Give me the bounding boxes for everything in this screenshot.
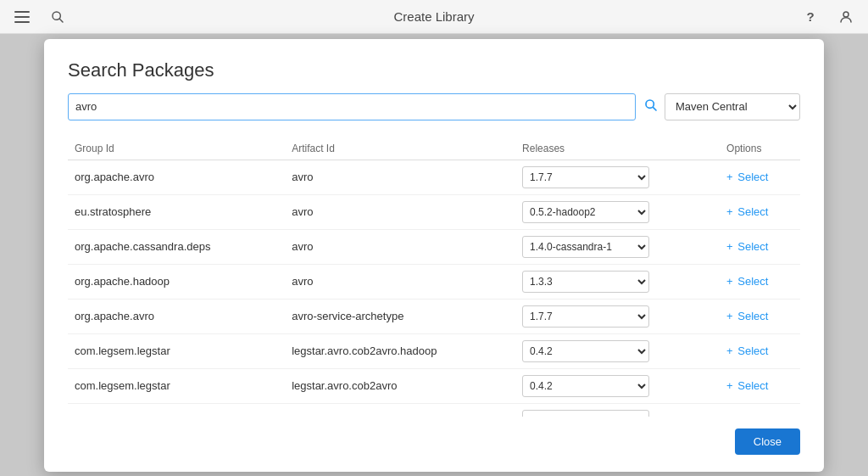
cell-group-id: com.legsem.legstar [68, 368, 285, 403]
repository-select[interactable]: Maven Central JCenter Custom [665, 93, 800, 120]
plus-icon: + [726, 310, 733, 322]
hamburger-menu-button[interactable] [10, 5, 34, 29]
cell-releases: 0.5.2-hadoop2 [515, 194, 720, 229]
user-button[interactable] [834, 5, 858, 29]
search-packages-dialog: Search Packages Maven Central JCenter Cu… [44, 39, 824, 472]
select-button[interactable]: + Select [726, 171, 768, 183]
table-row: org.apache.hadoopavro1.3.3+ Select [68, 264, 800, 299]
col-artifact-id: Artifact Id [285, 137, 515, 160]
release-select[interactable]: 1.7.7 [522, 166, 649, 188]
select-button[interactable]: + Select [726, 275, 768, 288]
cell-options: + Select [720, 160, 800, 194]
close-button[interactable]: Close [735, 428, 800, 455]
plus-icon: + [726, 240, 733, 253]
cell-artifact-id: avro [285, 160, 515, 194]
cell-releases: 1.7.7 [515, 403, 720, 417]
table-row: org.apache.avroavro-thrift1.7.7+ Select [68, 403, 800, 417]
release-select[interactable]: 0.5.2-hadoop2 [522, 201, 649, 223]
dialog-title: Search Packages [68, 59, 800, 81]
plus-icon: + [726, 344, 733, 357]
cell-releases: 1.7.7 [515, 160, 720, 194]
table-row: org.apache.avroavro1.7.7+ Select [68, 160, 800, 194]
plus-icon: + [726, 205, 733, 218]
cell-group-id: eu.stratosphere [68, 194, 285, 229]
cell-group-id: org.apache.cassandra.deps [68, 229, 285, 264]
help-icon: ? [806, 9, 814, 24]
search-submit-button[interactable] [644, 98, 658, 115]
table-body: org.apache.avroavro1.7.7+ Selecteu.strat… [68, 160, 800, 417]
page-title-text: Create Library [393, 9, 474, 24]
cell-artifact-id: avro [285, 229, 515, 264]
release-select[interactable]: 0.4.2 [522, 340, 649, 362]
cell-options: + Select [720, 299, 800, 333]
cell-options: + Select [720, 229, 800, 264]
cell-releases: 1.4.0-cassandra-1 [515, 229, 720, 264]
results-table-wrap: Group Id Artifact Id Releases Options or… [68, 137, 800, 417]
page-title: Create Library [393, 9, 474, 24]
table-row: org.apache.avroavro-service-archetype1.7… [68, 299, 800, 333]
help-button[interactable]: ? [798, 5, 822, 29]
svg-line-1 [59, 19, 63, 22]
plus-icon: + [726, 379, 733, 392]
table-row: com.legsem.legstarlegstar.avro.cob2avro0… [68, 368, 800, 403]
cell-releases: 0.4.2 [515, 333, 720, 368]
select-button[interactable]: + Select [726, 240, 768, 253]
cell-releases: 0.4.2 [515, 368, 720, 403]
search-input[interactable] [68, 93, 636, 120]
user-icon [838, 9, 854, 25]
cell-group-id: org.apache.avro [68, 160, 285, 194]
search-button[interactable] [46, 5, 70, 29]
top-bar-left [10, 5, 70, 29]
top-bar: Create Library ? [0, 0, 868, 34]
select-button[interactable]: + Select [726, 379, 768, 392]
cell-artifact-id: avro-thrift [285, 403, 515, 417]
col-options: Options [720, 137, 800, 160]
cell-options: + Select [720, 333, 800, 368]
cell-options: + Select [720, 368, 800, 403]
cell-artifact-id: avro-service-archetype [285, 299, 515, 333]
select-button[interactable]: + Select [726, 344, 768, 357]
select-button[interactable]: + Select [726, 205, 768, 218]
release-select[interactable]: 1.4.0-cassandra-1 [522, 236, 649, 258]
cell-artifact-id: legstar.avro.cob2avro.hadoop [285, 333, 515, 368]
top-bar-right: ? [798, 5, 858, 29]
table-header: Group Id Artifact Id Releases Options [68, 137, 800, 160]
cell-group-id: org.apache.avro [68, 299, 285, 333]
cell-artifact-id: legstar.avro.cob2avro [285, 368, 515, 403]
cell-group-id: org.apache.hadoop [68, 264, 285, 299]
cell-artifact-id: avro [285, 194, 515, 229]
svg-point-2 [843, 12, 849, 17]
plus-icon: + [726, 275, 733, 288]
release-select[interactable]: 1.7.7 [522, 410, 649, 417]
release-select[interactable]: 0.4.2 [522, 375, 649, 397]
main-background: Search Packages Maven Central JCenter Cu… [0, 34, 868, 476]
results-table: Group Id Artifact Id Releases Options or… [68, 137, 800, 417]
table-row: eu.stratosphereavro0.5.2-hadoop2+ Select [68, 194, 800, 229]
col-group-id: Group Id [68, 137, 285, 160]
cell-group-id: org.apache.avro [68, 403, 285, 417]
search-icon [644, 98, 658, 112]
svg-line-4 [653, 107, 656, 110]
table-row: com.legsem.legstarlegstar.avro.cob2avro.… [68, 333, 800, 368]
cell-artifact-id: avro [285, 264, 515, 299]
cell-options: + Select [720, 194, 800, 229]
search-icon [51, 10, 64, 24]
select-button[interactable]: + Select [726, 310, 768, 322]
cell-releases: 1.3.3 [515, 264, 720, 299]
release-select[interactable]: 1.3.3 [522, 271, 649, 293]
cell-options: + Select [720, 403, 800, 417]
search-row: Maven Central JCenter Custom [68, 93, 800, 120]
dialog-footer: Close [68, 417, 800, 455]
hamburger-icon [14, 11, 30, 23]
cell-options: + Select [720, 264, 800, 299]
cell-group-id: com.legsem.legstar [68, 333, 285, 368]
table-row: org.apache.cassandra.depsavro1.4.0-cassa… [68, 229, 800, 264]
col-releases: Releases [515, 137, 720, 160]
cell-releases: 1.7.7 [515, 299, 720, 333]
plus-icon: + [726, 171, 733, 183]
release-select[interactable]: 1.7.7 [522, 305, 649, 328]
